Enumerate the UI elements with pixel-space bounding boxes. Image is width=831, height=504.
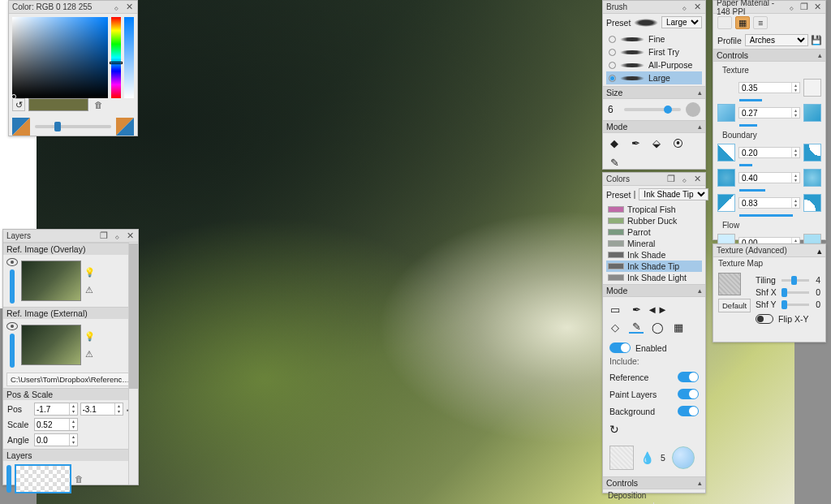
brush-list-item[interactable]: All-Purpose xyxy=(606,58,702,71)
eraser-mode-icon[interactable]: ◆ xyxy=(608,136,621,149)
undo-color-button[interactable]: ↺ xyxy=(12,98,25,111)
tab-menu[interactable]: ≡ xyxy=(753,16,768,29)
current-color-swatch[interactable] xyxy=(28,98,88,111)
close-icon[interactable]: ✕ xyxy=(125,231,135,241)
angle-input[interactable]: ▴▾ xyxy=(34,433,78,446)
pos-y-input[interactable]: ▴▾ xyxy=(80,403,124,416)
tab-blank[interactable] xyxy=(717,16,732,29)
opacity-bar[interactable] xyxy=(10,269,15,304)
shfy-slider[interactable] xyxy=(781,304,809,306)
collapse-icon[interactable]: ▴ xyxy=(817,246,822,256)
opacity-bar[interactable] xyxy=(10,334,15,368)
shfx-label: Shf X xyxy=(756,287,778,297)
tiling-label: Tiling xyxy=(756,275,778,285)
preset-list-item[interactable]: Ink Shade Light xyxy=(606,272,702,283)
texture-input-1[interactable]: ▴▾ xyxy=(738,82,800,93)
water-preview-icon[interactable] xyxy=(672,446,695,469)
brush-preset-select[interactable]: Large xyxy=(661,16,702,28)
preset-list-item[interactable]: Tropical Fish xyxy=(606,204,702,215)
save-profile-icon[interactable]: 💾 xyxy=(812,36,821,45)
brush-tool-icon[interactable]: ✎ xyxy=(608,156,621,169)
close-icon[interactable]: ✕ xyxy=(812,2,822,12)
eyedropper-icon[interactable]: ✎ xyxy=(629,321,644,334)
ref-overlay-row[interactable]: 💡 ⚠ xyxy=(3,255,138,307)
brush-list-item[interactable]: Fine xyxy=(606,32,702,45)
mirror-mode-icon[interactable]: ◄► xyxy=(650,303,665,316)
preset-list-item[interactable]: Ink Shade Tip xyxy=(606,261,702,272)
preset-list-item[interactable]: Mineral xyxy=(606,238,702,249)
visibility-icon[interactable] xyxy=(6,258,18,266)
boundary-input-3[interactable]: ▴▾ xyxy=(738,197,800,209)
scale-input[interactable]: ▴▾ xyxy=(34,418,78,431)
tiling-slider[interactable] xyxy=(781,279,809,282)
fg-bg-swatch[interactable] xyxy=(12,118,30,136)
fg-bg-swatch-2[interactable] xyxy=(116,118,134,136)
fill-mode-icon[interactable]: ⬙ xyxy=(650,136,663,149)
profile-select[interactable]: Arches xyxy=(745,34,808,46)
palette-mode-icon[interactable]: ⦿ xyxy=(671,136,684,149)
background-toggle[interactable] xyxy=(678,406,699,416)
collapse-icon[interactable]: ▴ xyxy=(698,479,702,487)
warning-icon[interactable]: ⚠ xyxy=(85,285,93,295)
pen-mode-icon[interactable]: ✒ xyxy=(629,303,644,316)
color-preset-select[interactable]: Ink Shade Tip xyxy=(639,188,708,200)
paper-texture-swatch[interactable] xyxy=(609,446,634,470)
boundary-input-2[interactable]: ▴▾ xyxy=(738,172,800,183)
collapse-icon[interactable]: ▴ xyxy=(698,123,702,131)
preset-list-item[interactable]: Rubber Duck xyxy=(606,215,702,226)
default-button[interactable]: Default xyxy=(718,299,751,312)
brush-size-slider[interactable] xyxy=(624,108,681,111)
delete-swatch-icon[interactable]: 🗑 xyxy=(92,98,105,111)
refresh-icon[interactable]: ↻ xyxy=(609,423,619,436)
close-icon[interactable]: ✕ xyxy=(692,174,702,184)
boundary-input-1[interactable]: ▴▾ xyxy=(738,147,800,158)
flip-xy-toggle[interactable] xyxy=(756,314,773,324)
warning-icon[interactable]: ⚠ xyxy=(85,349,93,359)
pos-label: Pos xyxy=(7,404,32,414)
enabled-toggle[interactable] xyxy=(609,342,631,353)
texture-map-swatch[interactable] xyxy=(718,273,741,295)
grid-mode-icon[interactable]: ▦ xyxy=(671,321,686,334)
layer-thumbnail[interactable] xyxy=(21,325,81,365)
preset-list-item[interactable]: Ink Shade xyxy=(606,249,702,261)
pos-x-input[interactable]: ▴▾ xyxy=(34,403,78,416)
alpha-slider[interactable] xyxy=(124,17,134,98)
lightbulb-icon[interactable]: 💡 xyxy=(84,267,94,278)
collapse-icon[interactable]: ▴ xyxy=(698,286,702,295)
file-path-field[interactable]: C:\Users\Tom\Dropbox\Reference\Tradition… xyxy=(6,373,135,386)
restore-icon[interactable]: ❐ xyxy=(799,2,809,12)
close-icon[interactable]: ✕ xyxy=(692,2,702,12)
diamond-mode-icon[interactable]: ◇ xyxy=(608,321,622,334)
pin-icon[interactable]: ⬦ xyxy=(679,174,689,184)
brush-list-item[interactable]: First Try xyxy=(606,45,702,58)
hue-slider[interactable] xyxy=(111,17,121,98)
opacity-bar[interactable] xyxy=(6,465,11,493)
pin-icon[interactable]: ⬦ xyxy=(786,2,796,12)
pin-icon[interactable]: ⬦ xyxy=(112,231,122,241)
ref-external-row[interactable]: 💡 ⚠ xyxy=(3,319,138,371)
paint-layers-toggle[interactable] xyxy=(678,389,699,399)
pen-mode-icon[interactable]: ✒ xyxy=(629,136,642,149)
preset-list-item[interactable]: Parrot xyxy=(606,226,702,238)
reference-toggle[interactable] xyxy=(678,372,699,382)
rect-mode-icon[interactable]: ▭ xyxy=(608,303,622,316)
collapse-icon[interactable]: ▴ xyxy=(698,88,702,97)
collapse-icon[interactable]: ▴ xyxy=(818,51,822,59)
pin-icon[interactable]: ⬦ xyxy=(679,2,689,12)
layer-thumbnail[interactable] xyxy=(21,261,81,301)
close-icon[interactable]: ✕ xyxy=(124,2,134,12)
delete-layer-icon[interactable]: 🗑 xyxy=(75,474,84,484)
restore-icon[interactable]: ❐ xyxy=(99,231,109,241)
visibility-icon[interactable] xyxy=(6,322,18,330)
saturation-value-picker[interactable] xyxy=(12,17,108,98)
circle-mode-icon[interactable]: ◯ xyxy=(650,321,665,334)
shfx-slider[interactable] xyxy=(781,291,809,294)
lightbulb-icon[interactable]: 💡 xyxy=(84,331,94,342)
texture-input-2[interactable]: ▴▾ xyxy=(738,107,800,118)
active-layer-thumbnail[interactable] xyxy=(15,464,71,493)
color-mix-slider[interactable] xyxy=(35,125,111,128)
pin-icon[interactable]: ⬦ xyxy=(111,2,121,12)
brush-list-item[interactable]: Large xyxy=(606,71,702,84)
restore-icon[interactable]: ❐ xyxy=(666,174,676,184)
tab-texture[interactable]: ▦ xyxy=(735,16,750,29)
